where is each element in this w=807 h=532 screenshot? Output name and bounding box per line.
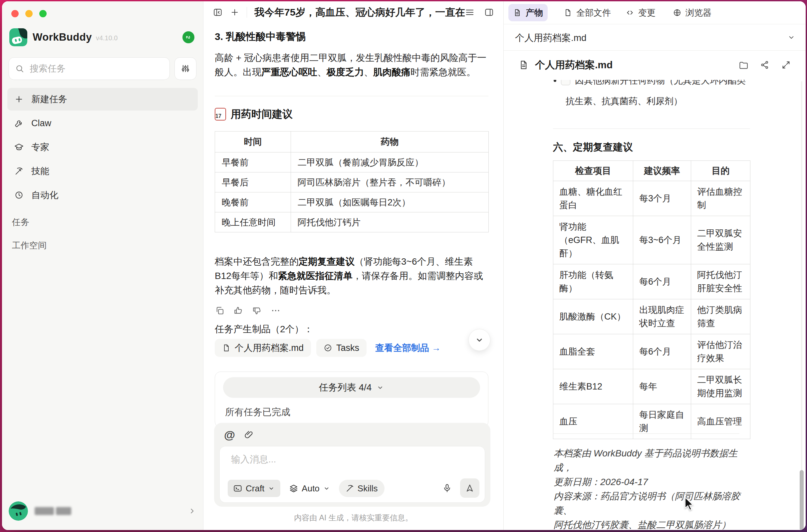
skills-button[interactable]: Skills: [339, 480, 385, 497]
send-button[interactable]: [460, 478, 479, 498]
search-icon: [15, 64, 24, 73]
code-icon: [626, 8, 634, 17]
divider: [553, 129, 750, 129]
message-paragraph-1: 高龄 + 冠心病患者使用二甲双胍，发生乳酸性酸中毒的风险高于一般人。出现严重恶心…: [215, 51, 488, 79]
mention-icon[interactable]: @: [224, 429, 235, 441]
craft-folder-icon: [233, 484, 242, 493]
sidebar-item-automation[interactable]: 自动化: [7, 184, 198, 206]
medication-table: 时间 药物 早餐前 二甲双胍（餐前减少胃肠反应） 早餐后 阿司匹林肠溶片（整片吞…: [215, 131, 489, 232]
search-input[interactable]: [29, 63, 164, 74]
share-icon[interactable]: [760, 60, 770, 70]
pickaxe-icon: [11, 167, 27, 176]
table-row: 早餐前 二甲双胍（餐前减少胃肠反应）: [215, 152, 489, 172]
tab-artifacts[interactable]: 产物: [508, 4, 547, 21]
tasks-complete-text: 所有任务已完成: [225, 406, 290, 418]
checklist-item-line2: 抗生素、抗真菌药、利尿剂）: [565, 95, 683, 107]
sidebar-item-new-task[interactable]: 新建任务: [7, 88, 198, 111]
sidebar-item-label: 自动化: [31, 189, 58, 201]
divider: [247, 7, 247, 18]
panel-tabs: 产物 全部文件 变更 浏览器: [504, 1, 806, 24]
avatar: [9, 501, 28, 521]
table-header: 药物: [291, 132, 489, 152]
table-header: 检查项目: [553, 161, 633, 181]
scroll-to-bottom-button[interactable]: [468, 329, 491, 351]
craft-mode-button[interactable]: Craft: [228, 480, 280, 497]
close-button[interactable]: [11, 10, 19, 17]
wrench-icon: [11, 118, 27, 128]
tab-changes[interactable]: 变更: [621, 4, 660, 21]
attachment-icon[interactable]: [244, 430, 254, 440]
ai-disclaimer: 内容由 AI 生成，请核实重要信息。: [204, 513, 503, 523]
bullet-icon: [554, 80, 556, 82]
file-dropdown[interactable]: 个人用药档案.md: [504, 24, 806, 51]
layers-icon: [289, 484, 298, 493]
message-input[interactable]: [230, 454, 474, 465]
user-row[interactable]: [9, 499, 196, 523]
globe-icon: [673, 8, 681, 17]
expand-icon[interactable]: [781, 60, 791, 70]
calendar-icon: 17: [215, 108, 226, 120]
microphone-icon[interactable]: [442, 483, 452, 493]
zoom-button[interactable]: [39, 10, 46, 17]
clock-icon: [11, 190, 27, 200]
more-icon[interactable]: [271, 306, 281, 316]
file-icon: [222, 344, 231, 352]
sidebar-section-workspace[interactable]: 工作空间: [12, 240, 46, 251]
sliders-icon: [181, 64, 190, 73]
checklist-item: 因其他病新开任何药物（尤其是大环内酯类: [554, 80, 746, 87]
scrollbar-thumb[interactable]: [800, 470, 804, 530]
new-chat-plus-icon[interactable]: [230, 8, 239, 17]
sidebar-section-tasks[interactable]: 任务: [12, 216, 29, 228]
window-controls: [11, 10, 46, 17]
table-row: 肌酸激酶（CK） 出现肌肉症状时立查 他汀类肌病筛查: [553, 299, 750, 334]
open-folder-icon[interactable]: [738, 60, 748, 70]
chat-panel: 我今年75岁，高血压、冠心病好几年了，一直在... 3. 乳酸性酸中毒警惕 高龄…: [204, 1, 503, 530]
view-all-artifacts-link[interactable]: 查看全部制品 →: [375, 342, 441, 354]
pickaxe-icon: [346, 484, 354, 493]
table-row: 血脂全套 每6个月 评估他汀治疗效果: [553, 334, 750, 369]
task-list-toggle[interactable]: 任务列表 4/4: [223, 377, 480, 398]
side-panel-icon[interactable]: [484, 7, 494, 17]
tab-browser[interactable]: 浏览器: [668, 4, 716, 21]
user-name-redacted: [35, 507, 71, 515]
workbuddy-logo-icon: [9, 28, 27, 46]
artifact-file-chip[interactable]: 个人用药档案.md: [215, 339, 311, 357]
thumbs-up-icon[interactable]: [233, 306, 243, 316]
table-row: 晚餐前 二甲双胍（如医嘱每日2次）: [215, 192, 489, 212]
artifact-tasks-chip[interactable]: Tasks: [316, 339, 367, 357]
thumbs-down-icon[interactable]: [252, 306, 262, 316]
collapse-sidebar-icon[interactable]: [213, 7, 223, 17]
chevron-down-icon: [475, 335, 484, 345]
chevron-down-icon: [376, 383, 384, 392]
tab-all-files[interactable]: 全部文件: [559, 4, 616, 21]
document-icon: [518, 60, 529, 70]
brand-row: WorkBuddy v4.10.0: [9, 28, 196, 46]
table-row: 晚上任意时间 阿托伐他汀钙片: [215, 212, 489, 232]
divider: [215, 96, 488, 96]
copy-icon[interactable]: [215, 306, 225, 316]
filter-button[interactable]: [174, 57, 196, 80]
search-box[interactable]: [9, 57, 170, 80]
composer: @ Craft: [214, 423, 491, 507]
message-actions: [215, 306, 281, 316]
checkbox[interactable]: [561, 80, 570, 85]
table-row: 维生素B12 每年 二甲双胍长期使用监测: [553, 369, 750, 404]
message-input-box: Craft Auto: [219, 446, 485, 503]
document-title: 个人用药档案.md: [535, 58, 613, 72]
conversation-title: 我今年75岁，高血压、冠心病好几年了，一直在...: [254, 6, 465, 19]
sidebar-item-skill[interactable]: 技能: [7, 160, 198, 183]
doc-footer-note: 本档案由 WorkBuddy 基于药品说明书数据生成， 更新日期：2026-04…: [554, 446, 747, 530]
sidebar-nav: 新建任务 Claw 专家: [7, 88, 198, 208]
auto-mode-button[interactable]: Auto: [289, 480, 330, 497]
graduation-cap-icon: [11, 142, 27, 152]
sidebar-item-expert[interactable]: 专家: [7, 136, 198, 158]
app-name: WorkBuddy: [33, 31, 92, 43]
message-heading-3: 3. 乳酸性酸中毒警惕: [215, 29, 306, 44]
minimize-button[interactable]: [25, 10, 33, 17]
chevron-right-icon[interactable]: [188, 507, 196, 515]
sidebar-item-claw[interactable]: Claw: [7, 112, 198, 134]
sidebar-item-label: 新建任务: [31, 93, 67, 105]
table-row: 肝功能（转氨酶） 每6个月 阿托伐他汀肝脏安全性: [553, 264, 750, 299]
menu-icon[interactable]: [465, 7, 475, 17]
check-circle-icon: [324, 344, 332, 352]
